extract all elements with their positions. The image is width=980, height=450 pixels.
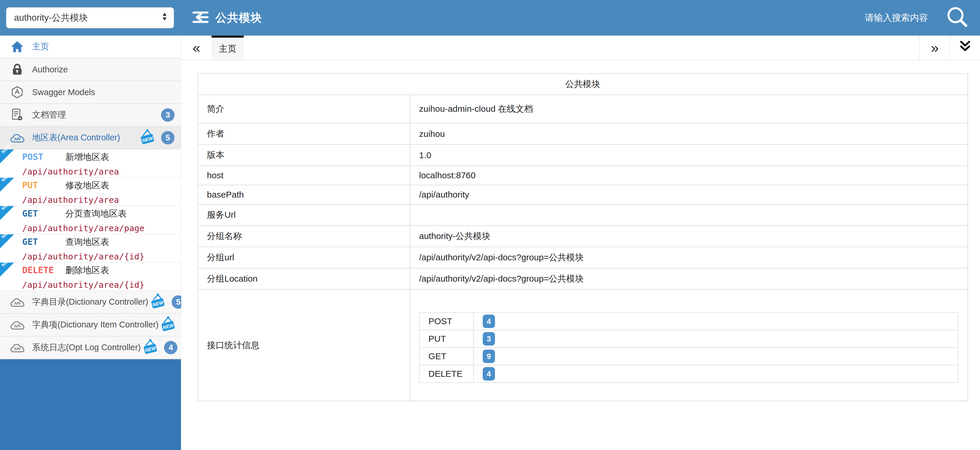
- api-path: /api/authority/area: [22, 195, 178, 205]
- sidebar-item-home[interactable]: 主页: [0, 36, 181, 58]
- row-label: basePath: [198, 185, 410, 204]
- table-row: 分组url /api/authority/v2/api-docs?group=公…: [198, 247, 968, 268]
- sidebar-item-label: 字典目录(Dictionary Controller): [32, 296, 148, 308]
- table-row: GET 9: [419, 348, 958, 365]
- http-method-label: GET: [22, 237, 65, 247]
- table-row: 分组名称 authority-公共模块: [198, 226, 968, 247]
- api-item-post-area[interactable]: NEW POST 新增地区表 /api/authority/area: [0, 149, 181, 178]
- http-method-label: POST: [22, 152, 65, 162]
- sidebar-item-swagger-models[interactable]: Swagger Models: [0, 81, 181, 104]
- tabbar-spacer: [244, 36, 919, 60]
- new-corner-ribbon: NEW: [0, 206, 14, 220]
- table-row: 公共模块: [198, 73, 968, 95]
- table-row: 版本 1.0: [198, 145, 968, 166]
- stat-method: PUT: [419, 330, 474, 348]
- http-method-label: PUT: [22, 180, 65, 190]
- sidebar-item-label: 主页: [32, 41, 49, 52]
- row-value: authority-公共模块: [410, 226, 968, 247]
- group-select[interactable]: authority-公共模块: [6, 7, 174, 28]
- row-value: zuihou: [410, 123, 968, 145]
- api-name: 分页查询地区表: [65, 208, 127, 220]
- select-arrows-icon: [162, 12, 167, 23]
- header-title-group: 公共模块: [192, 10, 262, 26]
- stat-method: GET: [419, 348, 474, 365]
- tab-home[interactable]: 主页: [212, 36, 244, 60]
- table-row: host localhost:8760: [198, 166, 968, 185]
- svg-text:API: API: [14, 324, 21, 328]
- sidebar-item-dictionary-item-controller[interactable]: API 字典项(Dictionary Item Controller) NEW …: [0, 314, 181, 337]
- row-value: POST 4 PUT 3 GET 9: [410, 289, 968, 401]
- stat-count-cell: 3: [474, 330, 958, 348]
- api-operation-list: NEW POST 新增地区表 /api/authority/area NEW P…: [0, 149, 181, 291]
- row-label: 分组url: [198, 247, 410, 268]
- row-label: 版本: [198, 145, 410, 166]
- document-gear-icon: [10, 108, 24, 122]
- row-label: 接口统计信息: [198, 289, 410, 401]
- table-row: 简介 zuihou-admin-cloud 在线文档: [198, 95, 968, 123]
- tabs-menu-button[interactable]: [950, 36, 980, 60]
- outdent-lines-icon: [192, 10, 209, 25]
- sidebar-item-opt-log-controller[interactable]: API 系统日志(Opt Log Controller) NEW 4: [0, 337, 181, 359]
- sidebar-item-dictionary-controller[interactable]: API 字典目录(Dictionary Controller) NEW 5: [0, 291, 181, 314]
- stat-count-cell: 4: [474, 365, 958, 383]
- module-info-table: 公共模块 简介 zuihou-admin-cloud 在线文档 作者 zuiho…: [197, 73, 968, 401]
- new-sign-icon: NEW: [159, 315, 178, 334]
- row-label: 作者: [198, 123, 410, 145]
- search-placeholder-text[interactable]: 请输入搜索内容: [865, 12, 928, 24]
- new-sign-icon: NEW: [148, 293, 167, 312]
- api-item-put-area[interactable]: NEW PUT 修改地区表 /api/authority/area: [0, 178, 181, 206]
- group-select-value: authority-公共模块: [14, 12, 88, 24]
- row-label: 服务Url: [198, 204, 410, 226]
- tabs-scroll-left-button[interactable]: «: [181, 36, 212, 60]
- new-corner-ribbon: NEW: [0, 178, 14, 192]
- api-name: 删除地区表: [65, 264, 109, 277]
- stat-count-badge: 9: [483, 350, 495, 363]
- sidebar-item-doc-manage[interactable]: 文档管理 3: [0, 104, 181, 127]
- sidebar-item-label: Swagger Models: [32, 87, 95, 97]
- sidebar-item-authorize[interactable]: Authorize: [0, 58, 181, 81]
- row-label: 分组Location: [198, 268, 410, 289]
- cloud-api-icon: API: [10, 342, 24, 353]
- search-icon: [945, 6, 969, 30]
- tab-label: 主页: [219, 43, 236, 55]
- row-value: localhost:8760: [410, 166, 968, 185]
- search-button[interactable]: [945, 6, 969, 30]
- table-row: basePath /api/authority: [198, 185, 968, 204]
- sidebar-item-area-controller[interactable]: API 地区表(Area Controller) NEW 5: [0, 127, 181, 149]
- tabs-scroll-right-button[interactable]: »: [919, 36, 950, 60]
- table-row: PUT 3: [419, 330, 958, 348]
- api-stats-table: POST 4 PUT 3 GET 9: [419, 312, 958, 383]
- app-header: authority-公共模块 公共模块 请输入搜索内容: [0, 0, 980, 36]
- svg-text:API: API: [14, 302, 21, 305]
- sidebar-item-label: 系统日志(Opt Log Controller): [32, 342, 141, 353]
- api-item-get-area-page[interactable]: NEW GET 分页查询地区表 /api/authority/area/page: [0, 206, 181, 234]
- http-method-label: DELETE: [22, 265, 65, 275]
- api-item-get-area-id[interactable]: NEW GET 查询地区表 /api/authority/area/{id}: [0, 234, 181, 262]
- cloud-api-icon: API: [10, 297, 24, 307]
- api-name: 新增地区表: [65, 151, 109, 163]
- table-row: DELETE 4: [419, 365, 958, 383]
- area-count-badge: 5: [161, 131, 175, 145]
- sidebar-filler: [0, 359, 181, 450]
- stat-method: DELETE: [419, 365, 474, 383]
- row-label: 简介: [198, 95, 410, 123]
- svg-text:API: API: [14, 137, 21, 141]
- table-row: 分组Location /api/authority/v2/api-docs?gr…: [198, 268, 968, 289]
- sidebar-item-label: 地区表(Area Controller): [32, 132, 120, 143]
- new-corner-ribbon: NEW: [0, 234, 14, 248]
- api-name: 修改地区表: [65, 180, 109, 191]
- double-chevron-right-icon: »: [931, 40, 939, 56]
- new-sign-icon: NEW: [141, 338, 160, 357]
- row-value: /api/authority: [410, 185, 968, 204]
- stat-count-badge: 4: [483, 315, 495, 328]
- api-path: /api/authority/area/page: [22, 223, 178, 233]
- api-item-delete-area-id[interactable]: NEW DELETE 删除地区表 /api/authority/area/{id…: [0, 262, 181, 291]
- table-row: POST 4: [419, 313, 958, 330]
- row-label: host: [198, 166, 410, 185]
- double-chevron-left-icon: «: [192, 40, 200, 56]
- sidebar-item-label: Authorize: [32, 65, 68, 75]
- stat-method: POST: [419, 313, 474, 330]
- table-row: 服务Url: [198, 204, 968, 226]
- new-sign-icon: NEW: [138, 129, 157, 147]
- lock-icon: [10, 63, 24, 76]
